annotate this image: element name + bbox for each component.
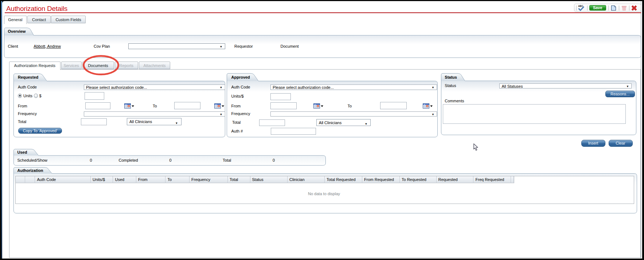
svg-text:ABC: ABC <box>578 5 583 7</box>
